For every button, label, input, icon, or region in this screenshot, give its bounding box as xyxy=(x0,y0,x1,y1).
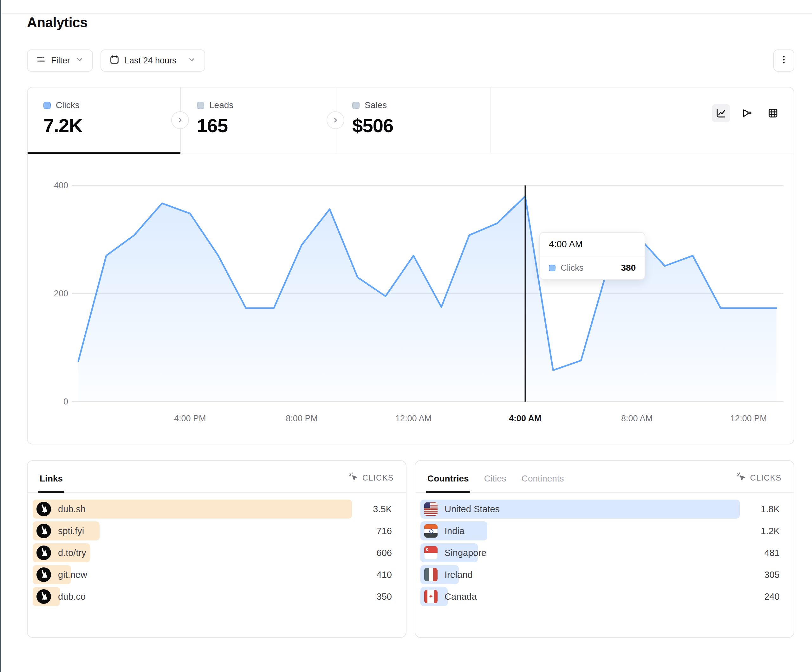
metric-label: Clicks xyxy=(56,100,80,110)
country-name: United States xyxy=(445,504,500,515)
expand-clicks-button[interactable] xyxy=(171,111,189,129)
link-name: dub.sh xyxy=(58,504,85,515)
ie-flag-icon xyxy=(424,568,438,582)
countries-list: United States1.8KIndia1.2KSingapore481Ir… xyxy=(415,493,793,609)
x-tick-label: 12:00 AM xyxy=(396,414,432,423)
metric-tab-leads[interactable]: Leads 165 xyxy=(181,87,336,153)
link-name: spti.fyi xyxy=(58,526,84,536)
tab-countries[interactable]: Countries xyxy=(427,474,469,492)
link-name: dub.co xyxy=(58,592,85,602)
metric-header-label: CLICKS xyxy=(362,473,394,483)
country-clicks-count: 240 xyxy=(764,592,780,602)
countries-panel-header: Countries Cities Continents CLICKS xyxy=(415,461,793,493)
left-edge-strip xyxy=(0,0,1,672)
date-range-button[interactable]: Last 24 hours xyxy=(101,49,205,72)
metric-label: Leads xyxy=(209,100,234,110)
link-name: git.new xyxy=(58,570,87,580)
cursor-click-icon xyxy=(736,472,746,484)
country-clicks-count: 481 xyxy=(764,548,780,558)
funnel-view-button[interactable] xyxy=(738,104,756,122)
chevron-down-icon xyxy=(75,55,84,66)
metric-tab-sales[interactable]: Sales $506 xyxy=(336,87,491,153)
us-flag-icon xyxy=(424,502,438,516)
expand-leads-button[interactable] xyxy=(327,111,345,129)
analytics-card: Clicks 7.2K Leads 165 Sales $506 xyxy=(27,87,794,444)
table-view-button[interactable] xyxy=(764,104,782,122)
link-clicks-count: 606 xyxy=(377,548,392,558)
leads-legend-square xyxy=(197,102,204,109)
country-name: India xyxy=(445,526,464,536)
y-tick-label: 400 xyxy=(54,181,68,190)
link-clicks-count: 350 xyxy=(377,592,392,602)
tab-continents[interactable]: Continents xyxy=(522,474,564,492)
link-row[interactable]: d.to/try606 xyxy=(32,543,399,562)
tab-links[interactable]: Links xyxy=(39,474,63,492)
analytics-page: Analytics Filter Last 24 hours xyxy=(27,0,794,638)
link-row[interactable]: spti.fyi716 xyxy=(32,522,399,541)
country-name: Ireland xyxy=(445,570,473,580)
dub-logo-icon xyxy=(36,524,51,538)
y-tick-label: 200 xyxy=(54,289,68,298)
country-clicks-count: 305 xyxy=(764,570,780,580)
clicks-chart[interactable]: 02004004:00 PM8:00 PM12:00 AM4:00 AM8:00… xyxy=(27,154,793,444)
x-tick-label: 12:00 PM xyxy=(730,414,767,423)
link-clicks-count: 410 xyxy=(377,570,392,580)
tab-cities[interactable]: Cities xyxy=(484,474,507,492)
x-tick-label: 8:00 AM xyxy=(621,414,653,423)
sales-value: $506 xyxy=(352,115,491,136)
area-chart[interactable]: 02004004:00 PM8:00 PM12:00 AM4:00 AM8:00… xyxy=(27,154,793,444)
tooltip-series-label: Clicks xyxy=(561,263,583,273)
metric-tab-clicks[interactable]: Clicks 7.2K xyxy=(27,87,181,153)
dub-logo-icon xyxy=(36,567,51,582)
ca-flag-icon xyxy=(424,590,438,603)
links-list: dub.sh3.5Kspti.fyi716d.to/try606git.new4… xyxy=(27,493,406,609)
line-chart-view-button[interactable] xyxy=(712,104,730,122)
link-row[interactable]: dub.sh3.5K xyxy=(32,500,399,518)
date-range-label: Last 24 hours xyxy=(125,56,177,66)
links-metric-header[interactable]: CLICKS xyxy=(348,472,394,492)
chevron-down-icon xyxy=(188,55,196,66)
filter-icon xyxy=(36,55,46,67)
links-panel: Links CLICKS dub.sh3.5Kspti.fyi716d.to/t… xyxy=(27,460,406,638)
dub-logo-icon xyxy=(36,502,51,516)
country-row[interactable]: India1.2K xyxy=(420,522,787,541)
dub-logo-icon xyxy=(36,589,51,604)
filter-label: Filter xyxy=(51,56,70,66)
link-clicks-count: 716 xyxy=(377,526,392,536)
link-row[interactable]: dub.co350 xyxy=(32,587,399,606)
link-row[interactable]: git.new410 xyxy=(32,565,399,584)
country-row[interactable]: Singapore481 xyxy=(420,543,787,562)
x-tick-label: 8:00 PM xyxy=(286,414,318,423)
chart-tooltip: 4:00 AM Clicks 380 xyxy=(539,232,645,280)
page-title: Analytics xyxy=(27,15,794,31)
sales-legend-square xyxy=(352,102,360,109)
clicks-value: 7.2K xyxy=(43,115,181,136)
country-row[interactable]: Canada240 xyxy=(420,587,787,606)
y-tick-label: 0 xyxy=(63,397,68,406)
link-name: d.to/try xyxy=(58,548,86,558)
country-clicks-count: 1.2K xyxy=(761,526,780,536)
country-row[interactable]: United States1.8K xyxy=(420,500,787,518)
x-tick-label: 4:00 PM xyxy=(174,414,206,423)
links-panel-header: Links CLICKS xyxy=(27,461,406,493)
leads-value: 165 xyxy=(197,115,336,136)
x-tick-label: 4:00 AM xyxy=(509,414,542,423)
tooltip-time: 4:00 AM xyxy=(540,233,645,256)
area-fill xyxy=(78,196,776,402)
metrics-header: Clicks 7.2K Leads 165 Sales $506 xyxy=(27,87,793,154)
clicks-legend-square xyxy=(549,265,556,271)
filter-button[interactable]: Filter xyxy=(27,49,93,72)
clicks-legend-square xyxy=(43,102,51,109)
country-name: Canada xyxy=(445,592,477,602)
more-options-button[interactable] xyxy=(773,49,794,72)
metric-label: Sales xyxy=(365,100,387,110)
country-row[interactable]: Ireland305 xyxy=(420,565,787,584)
in-flag-icon xyxy=(424,524,438,537)
countries-metric-header[interactable]: CLICKS xyxy=(736,472,781,492)
toolbar: Filter Last 24 hours xyxy=(27,49,794,72)
cursor-click-icon xyxy=(348,472,358,484)
calendar-icon xyxy=(109,55,119,67)
metric-header-label: CLICKS xyxy=(750,473,781,483)
kebab-menu-icon xyxy=(779,55,788,67)
country-clicks-count: 1.8K xyxy=(761,504,780,515)
